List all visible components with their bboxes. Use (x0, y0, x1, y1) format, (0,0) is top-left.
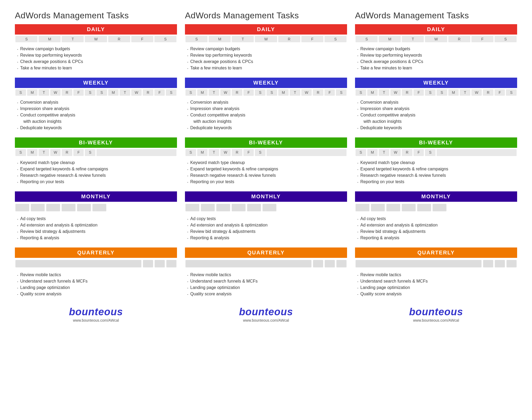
biweekly-header-2: BI-WEEKLY (185, 137, 347, 148)
task-item: Quality score analysis (357, 291, 516, 297)
task-item: Understand search funnels & MCFs (357, 278, 516, 284)
weekly-header-2: WEEKLY (185, 78, 347, 88)
task-item: Reporting & analysis (357, 235, 516, 241)
task-item: Deduplicate keywords (357, 125, 516, 131)
biweekly-day-row-2: S M T W R F S (185, 148, 347, 157)
monthly-squares-1 (15, 202, 177, 213)
task-item: Review top performing keywords (187, 52, 346, 58)
task-item: Review top performing keywords (17, 52, 176, 58)
page-title-2: AdWords Management Tasks (185, 11, 347, 20)
day-f: F (73, 149, 84, 156)
task-item: Quality score analysis (187, 291, 346, 297)
monthly-tasks-3: Ad copy tests Ad extension and analysis … (355, 213, 517, 246)
day-w1: W (85, 36, 107, 42)
task-item: Review campaign budgets (187, 46, 346, 52)
task-item: Take a few minutes to learn (357, 65, 516, 71)
day-s1: S (15, 36, 37, 42)
month-sq (62, 204, 75, 211)
task-item-indent: with auction insights (357, 118, 516, 125)
task-item: Expand targeted keywords & refine campai… (187, 166, 346, 172)
task-item: Ad extension and analysis & optimization (17, 222, 176, 228)
task-item: Review campaign budgets (357, 46, 516, 52)
task-item: Conduct competitive analysis (357, 112, 516, 118)
task-item: Ad extension and analysis & optimization (187, 222, 346, 228)
task-item: Take a few minutes to learn (187, 65, 346, 71)
columns-wrapper: AdWords Management Tasks DAILY S M T W R… (5, 11, 527, 322)
weekly-day-row-1: S M T W R F S S M T W R F S (15, 88, 177, 97)
monthly-header-2: MONTHLY (185, 191, 347, 202)
footer-url-1: www.bounteous.com/AWcal (15, 318, 177, 322)
day-r1: R (108, 36, 130, 42)
footer-3: bounteous www.bounteous.com/AWcal (355, 306, 517, 322)
day-m1: M (39, 36, 61, 42)
quarter-small (143, 260, 153, 267)
task-item: Review top performing keywords (357, 52, 516, 58)
month-sq (92, 204, 106, 211)
task-item: Reporting & analysis (187, 235, 346, 241)
daily-header-2: DAILY (185, 24, 347, 35)
quarter-small (166, 260, 176, 267)
column-3: AdWords Management Tasks DAILY S M T W R… (355, 11, 517, 322)
daily-section-3: DAILY S M T W R F S Review campaign budg… (355, 24, 517, 76)
task-item: Expand targeted keywords & refine campai… (17, 166, 176, 172)
task-item: Keyword match type cleanup (357, 159, 516, 166)
task-item: Ad copy tests (17, 216, 176, 222)
monthly-tasks-2: Ad copy tests Ad extension and analysis … (185, 213, 347, 246)
biweekly-tasks-1: Keyword match type cleanup Expand target… (15, 157, 177, 190)
biweekly-section-1: BI-WEEKLY S M T W R F S Keyword match ty… (15, 137, 177, 190)
day-s: S (15, 149, 26, 156)
task-item: Conduct competitive analysis (17, 112, 176, 118)
task-item: Impression share analysis (187, 106, 346, 112)
weekly-day-row-2: S M T W R F S S M T W R F S (185, 88, 347, 97)
task-item-indent: with auction insights (17, 118, 176, 125)
day-r: R (143, 89, 153, 96)
task-item: Review mobile tactics (17, 272, 176, 278)
day-m: M (108, 89, 119, 96)
day-s2: S (154, 36, 176, 42)
task-item: Conduct competitive analysis (187, 112, 346, 118)
daily-day-row-2: S M T W R F S (185, 35, 347, 44)
daily-day-row-3: S M T W R F S (355, 35, 517, 44)
weekly-group1: S M T W R F S (15, 89, 95, 96)
task-item: Understand search funnels & MCFs (17, 278, 176, 284)
quarterly-header-2: QUARTERLY (185, 247, 347, 258)
month-sq (46, 204, 60, 211)
biweekly-header-1: BI-WEEKLY (15, 137, 177, 148)
biweekly-tasks-3: Keyword match type cleanup Expand target… (355, 157, 517, 190)
biweekly-group1: S M T W R F S (15, 149, 95, 156)
task-item: Expand targeted keywords & refine campai… (357, 166, 516, 172)
day-w: W (50, 89, 61, 96)
task-item: Check average positions & CPCs (187, 58, 346, 65)
quarterly-section-1: QUARTERLY Review mobile tactics Understa… (15, 247, 177, 302)
task-item: Keyword match type cleanup (17, 159, 176, 166)
task-item: Research negative research & review funn… (187, 172, 346, 179)
quarterly-header-1: QUARTERLY (15, 247, 177, 258)
blank-block (96, 149, 176, 156)
footer-url-3: www.bounteous.com/AWcal (355, 318, 517, 322)
page-title-3: AdWords Management Tasks (355, 11, 517, 20)
daily-tasks-2: Review campaign budgets Review top perfo… (185, 44, 347, 76)
day-f1: F (131, 36, 153, 42)
day-s2: S (85, 89, 95, 96)
weekly-header-3: WEEKLY (355, 78, 517, 88)
task-item: Deduplicate keywords (17, 125, 176, 131)
task-item: Impression share analysis (357, 106, 516, 112)
biweekly-day-row-3: S M T W R F S (355, 148, 517, 157)
weekly-tasks-2: Conversion analysis Impression share ana… (185, 97, 347, 136)
day-s: S (15, 89, 26, 96)
weekly-section-1: WEEKLY S M T W R F S S M T W R F (15, 78, 177, 136)
task-item: Research negative research & review funn… (17, 172, 176, 179)
monthly-section-3: MONTHLY Ad copy tests Ad extension and a… (355, 191, 517, 246)
weekly-group2: S M T W R F S (96, 89, 176, 96)
task-item: Research negative research & review funn… (357, 172, 516, 179)
day-s2: S (85, 149, 95, 156)
biweekly-day-row-1: S M T W R F S (15, 148, 177, 157)
task-item: Review campaign budgets (17, 46, 176, 52)
quarterly-row-1 (15, 258, 177, 270)
task-item: Reporting on your tests (357, 179, 516, 185)
monthly-section-2: MONTHLY Ad copy tests Ad extension and a… (185, 191, 347, 246)
brand-logo-3: bounteous (355, 306, 517, 318)
biweekly-section-2: BI-WEEKLY S M T W R F S Keyword match ty… (185, 137, 347, 190)
task-item: Keyword match type cleanup (187, 159, 346, 166)
month-sq (31, 204, 45, 211)
